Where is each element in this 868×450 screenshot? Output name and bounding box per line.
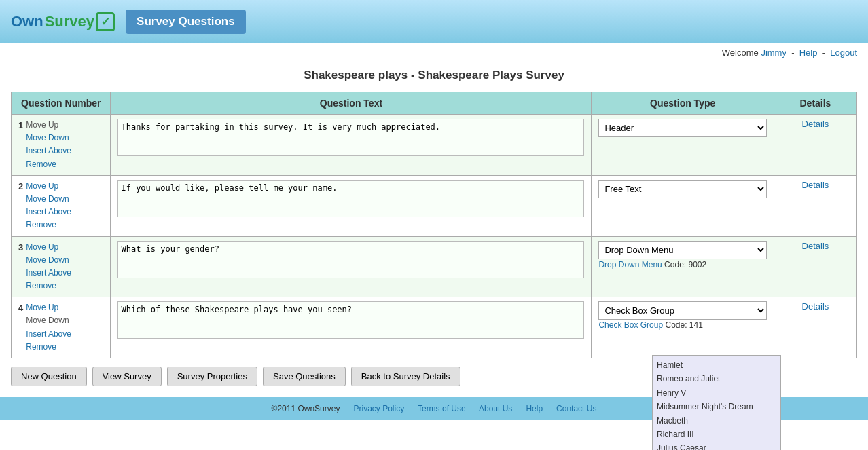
question-type-select[interactable]: HeaderFree TextDrop Down MenuCheck Box G… xyxy=(598,180,767,198)
question-details-cell: Details xyxy=(774,297,856,358)
question-number-cell: 1Move UpMove DownInsert AboveRemove xyxy=(12,115,111,176)
details-link[interactable]: Details xyxy=(802,180,829,190)
list-item[interactable]: Midsummer Night's Dream xyxy=(657,400,776,413)
terms-link[interactable]: Terms of Use xyxy=(418,404,466,413)
question-details-cell: Details xyxy=(774,115,856,176)
list-item[interactable]: Henry V xyxy=(657,386,776,400)
logo-area: OwnSurvey ✓ xyxy=(11,12,115,31)
view-survey-button[interactable]: View Survey xyxy=(92,367,162,386)
table-row: 4Move UpMove DownInsert AboveRemoveHeade… xyxy=(12,297,857,358)
welcome-text: Welcome xyxy=(722,48,761,58)
col-header-text: Question Text xyxy=(111,92,592,115)
question-number: 1 xyxy=(18,120,23,130)
back-to-survey-button[interactable]: Back to Survey Details xyxy=(351,367,460,386)
question-number: 4 xyxy=(18,303,23,313)
list-item[interactable]: Romeo and Juliet xyxy=(657,372,776,386)
question-text-input[interactable] xyxy=(117,180,584,217)
question-type-cell: HeaderFree TextDrop Down MenuCheck Box G… xyxy=(592,297,774,358)
question-text-input[interactable] xyxy=(117,241,584,278)
col-header-number: Question Number xyxy=(12,92,111,115)
details-link[interactable]: Details xyxy=(802,119,829,129)
footer-help-link[interactable]: Help xyxy=(526,404,543,413)
questions-table: Question Number Question Text Question T… xyxy=(11,92,857,358)
move-up-disabled: Move Up xyxy=(26,119,71,132)
question-number-cell: 3Move UpMove DownInsert AboveRemove xyxy=(12,236,111,297)
question-number-cell: 2Move UpMove DownInsert AboveRemove xyxy=(12,175,111,236)
logo-survey: Survey xyxy=(45,13,94,31)
logo-own: Own xyxy=(11,13,43,31)
move-up-link[interactable]: Move Up xyxy=(26,241,71,254)
insert-above-link[interactable]: Insert Above xyxy=(26,328,71,341)
details-link[interactable]: Details xyxy=(802,241,829,251)
type-details-link[interactable]: Check Box Group xyxy=(598,320,663,330)
question-type-select[interactable]: HeaderFree TextDrop Down MenuCheck Box G… xyxy=(598,241,767,259)
insert-above-link[interactable]: Insert Above xyxy=(26,145,71,157)
insert-above-link[interactable]: Insert Above xyxy=(26,206,71,219)
question-type-cell: HeaderFree TextDrop Down MenuCheck Box G… xyxy=(592,175,774,236)
welcome-bar: Welcome Jimmy - Help - Logout xyxy=(0,43,868,62)
col-header-details: Details xyxy=(774,92,856,115)
move-down-link[interactable]: Move Down xyxy=(26,193,71,206)
logout-link[interactable]: Logout xyxy=(830,48,857,58)
question-type-cell: HeaderFree TextDrop Down MenuCheck Box G… xyxy=(592,115,774,176)
table-row: 1Move UpMove DownInsert AboveRemoveHeade… xyxy=(12,115,857,176)
question-type-cell: HeaderFree TextDrop Down MenuCheck Box G… xyxy=(592,236,774,297)
move-down-link[interactable]: Move Down xyxy=(26,132,71,145)
dropdown-popup: HamletRomeo and JulietHenry VMidsummer N… xyxy=(652,355,781,420)
question-number: 3 xyxy=(18,242,23,252)
user-link[interactable]: Jimmy xyxy=(761,48,786,58)
question-type-select[interactable]: HeaderFree TextDrop Down MenuCheck Box G… xyxy=(598,301,767,320)
question-text-input[interactable] xyxy=(117,301,584,339)
question-text-cell xyxy=(111,297,592,358)
move-up-link[interactable]: Move Up xyxy=(26,301,71,314)
question-type-select[interactable]: HeaderFree TextDrop Down MenuCheck Box G… xyxy=(598,119,767,137)
logo-checkmark: ✓ xyxy=(96,12,115,31)
remove-link[interactable]: Remove xyxy=(26,280,71,293)
about-link[interactable]: About Us xyxy=(479,404,512,413)
top-header: OwnSurvey ✓ Survey Questions xyxy=(0,0,868,43)
question-text-cell xyxy=(111,115,592,176)
remove-link[interactable]: Remove xyxy=(26,158,71,171)
list-item[interactable]: Hamlet xyxy=(657,358,776,372)
page-title: Survey Questions xyxy=(126,10,246,34)
question-text-input[interactable] xyxy=(117,119,584,156)
move-down-disabled: Move Down xyxy=(26,314,71,327)
type-details-link[interactable]: Drop Down Menu xyxy=(598,260,662,269)
question-text-cell xyxy=(111,175,592,236)
help-link[interactable]: Help xyxy=(799,48,818,58)
list-item[interactable]: Macbeth xyxy=(657,414,776,420)
col-header-type: Question Type xyxy=(592,92,774,115)
question-details-cell: Details xyxy=(774,236,856,297)
contact-link[interactable]: Contact Us xyxy=(556,404,596,413)
insert-above-link[interactable]: Insert Above xyxy=(26,267,71,280)
question-number: 2 xyxy=(18,181,23,191)
remove-link[interactable]: Remove xyxy=(26,341,71,354)
move-down-link[interactable]: Move Down xyxy=(26,254,71,267)
table-row: 3Move UpMove DownInsert AboveRemoveHeade… xyxy=(12,236,857,297)
privacy-link[interactable]: Privacy Policy xyxy=(353,404,404,413)
new-question-button[interactable]: New Question xyxy=(11,367,87,386)
survey-title: Shakespeare plays - Shakespeare Plays Su… xyxy=(0,62,868,92)
table-row: 2Move UpMove DownInsert AboveRemoveHeade… xyxy=(12,175,857,236)
question-details-cell: Details xyxy=(774,175,856,236)
details-link[interactable]: Details xyxy=(802,301,829,312)
move-up-link[interactable]: Move Up xyxy=(26,180,71,193)
survey-properties-button[interactable]: Survey Properties xyxy=(167,367,257,386)
question-code: Code: 141 xyxy=(663,320,703,330)
save-questions-button[interactable]: Save Questions xyxy=(263,367,346,386)
question-code: Code: 9002 xyxy=(662,260,706,269)
remove-link[interactable]: Remove xyxy=(26,219,71,231)
question-number-cell: 4Move UpMove DownInsert AboveRemove xyxy=(12,297,111,358)
question-text-cell xyxy=(111,236,592,297)
footer-copyright: ©2011 OwnSurvey xyxy=(272,404,340,413)
